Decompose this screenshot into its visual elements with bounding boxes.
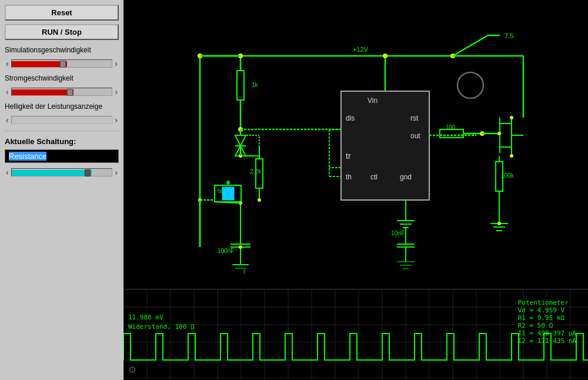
svg-rect-68: [222, 187, 234, 200]
svg-point-86: [510, 116, 513, 119]
reset-button[interactable]: Reset: [5, 5, 119, 21]
pot-r1: R1 = 9.95 kΩ: [518, 314, 576, 322]
sim-speed-left-arrow[interactable]: ‹: [5, 59, 10, 68]
circuit-svg: +12V 7.5 1k Vin dis rst out: [123, 0, 588, 288]
current-speed-label: Stromgeschwindigkeit: [5, 74, 119, 82]
svg-point-87: [510, 154, 513, 158]
circuit-area: +12V 7.5 1k Vin dis rst out: [123, 0, 588, 380]
svg-text:ctl: ctl: [370, 173, 377, 181]
circuit-name-text: Resistance: [9, 152, 46, 161]
svg-text:out: out: [410, 132, 420, 140]
gear-icon[interactable]: ⚙: [128, 364, 136, 375]
pot-header: Potentiometer: [518, 299, 576, 306]
bottom-panel: 11.988 mV Widerstand, 100 Ω Potentiomete…: [123, 289, 588, 380]
svg-point-85: [497, 132, 501, 135]
svg-text:7.5: 7.5: [505, 32, 513, 39]
sim-speed-right-arrow[interactable]: ›: [113, 59, 119, 68]
svg-text:dis: dis: [346, 114, 355, 122]
sim-speed-track[interactable]: [11, 59, 113, 68]
circuit-name-display: Resistance: [5, 149, 119, 163]
sim-speed-label: Simulationsgeschwindigkeit: [5, 46, 119, 54]
svg-point-56: [497, 222, 501, 225]
svg-text:th: th: [346, 173, 352, 181]
brightness-label: Helligkeit der Leistungsanzeige: [5, 102, 119, 111]
svg-text:t: t: [243, 268, 245, 275]
circuit-right-arrow[interactable]: ›: [113, 168, 119, 177]
svg-text:50: 50: [218, 188, 223, 194]
current-speed-track[interactable]: [11, 88, 113, 96]
svg-text:Vin: Vin: [368, 96, 377, 105]
potentiometer-info: Potentiometer Vd = 4.959 V R1 = 9.95 kΩ …: [518, 299, 576, 345]
brightness-right-arrow[interactable]: ›: [113, 115, 119, 125]
circuit-slider-fill: [12, 170, 92, 176]
svg-text:10nF: 10nF: [391, 230, 405, 236]
divider: [5, 131, 119, 131]
svg-point-101: [383, 54, 387, 58]
pot-vd: Vd = 4.959 V: [518, 306, 576, 314]
svg-text:+12V: +12V: [353, 46, 369, 53]
circuit-slider-thumb[interactable]: [85, 169, 91, 176]
svg-point-82: [258, 198, 261, 202]
run-stop-button[interactable]: RUN / Stop: [5, 24, 119, 40]
voltage-value: 11.988 mV: [128, 314, 163, 321]
sidebar: Reset RUN / Stop Simulationsgeschwindigk…: [0, 0, 123, 380]
brightness-track[interactable]: [11, 116, 113, 124]
svg-text:tr: tr: [346, 151, 351, 161]
resistance-value: Widerstand, 100 Ω: [128, 323, 195, 331]
pot-i2: I2 = 171.435 nA: [518, 337, 576, 345]
circuit-selector-row: ‹ ›: [5, 168, 119, 177]
sim-speed-fill: [12, 61, 67, 67]
circuit-left-arrow[interactable]: ‹: [5, 168, 10, 177]
svg-text:100nF: 100nF: [218, 248, 234, 254]
current-speed-fill: [12, 89, 74, 95]
current-speed-slider-row: ‹ ›: [5, 87, 119, 96]
current-speed-left-arrow[interactable]: ‹: [5, 87, 10, 96]
circuit-slider-track[interactable]: [11, 168, 113, 176]
svg-text:rst: rst: [410, 114, 419, 122]
sim-speed-thumb[interactable]: [60, 61, 66, 68]
current-circuit-label: Aktuelle Schaltung:: [5, 137, 119, 146]
brightness-left-arrow[interactable]: ‹: [5, 115, 10, 125]
svg-text:gnd: gnd: [400, 173, 412, 181]
sim-speed-slider-row: ‹ ›: [5, 59, 119, 68]
pot-r2: R2 = 50 Ω: [518, 322, 576, 329]
svg-point-84: [239, 245, 242, 249]
current-speed-right-arrow[interactable]: ›: [113, 87, 119, 96]
svg-text:1k: 1k: [252, 82, 259, 88]
svg-rect-17: [341, 91, 429, 200]
current-speed-thumb[interactable]: [67, 89, 73, 96]
pot-i1: I1 = 498.397 µA: [518, 329, 576, 337]
brightness-slider-row: ‹ ›: [5, 115, 119, 125]
